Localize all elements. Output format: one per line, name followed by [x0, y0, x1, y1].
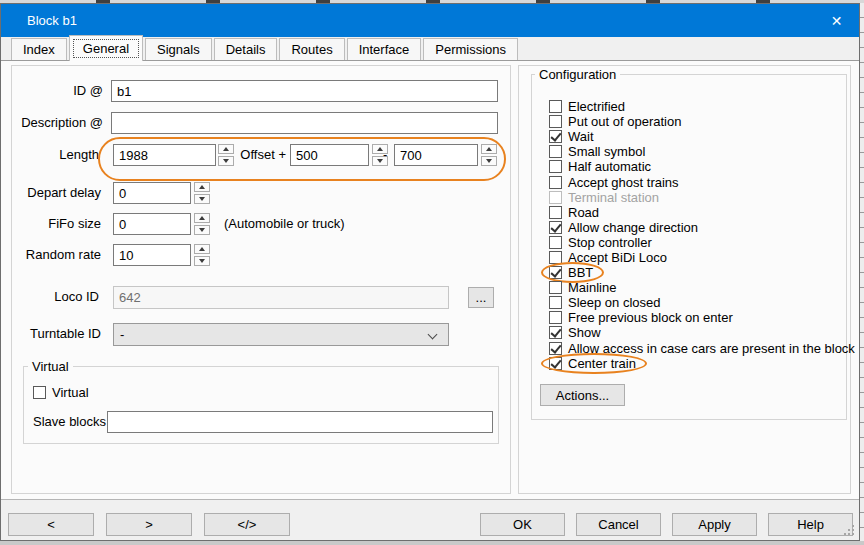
tab-details[interactable]: Details: [214, 38, 278, 60]
checkbox-road[interactable]: [549, 206, 562, 219]
arrow-up-icon: [199, 247, 205, 251]
checkbox-accept-bidi-loco[interactable]: [549, 251, 562, 264]
tab-permissions[interactable]: Permissions: [423, 38, 518, 60]
checkbox-electrified[interactable]: [549, 100, 562, 113]
ok-button[interactable]: OK: [480, 513, 565, 536]
fifo-size-input[interactable]: [113, 213, 191, 235]
checkbox-label-small-symbol: Small symbol: [568, 145, 645, 158]
checkbox-label-terminal-station: Terminal station: [568, 191, 659, 204]
tab-index[interactable]: Index: [11, 38, 67, 60]
apply-button[interactable]: Apply: [672, 513, 757, 536]
depart-delay-input[interactable]: [113, 182, 191, 204]
offset-plus-label: Offset +: [201, 144, 286, 166]
checkbox-half-automatic[interactable]: [549, 160, 562, 173]
checkbox-label-sleep-on-closed: Sleep on closed: [568, 296, 661, 309]
next-page-button[interactable]: >: [106, 513, 192, 536]
tab-routes[interactable]: Routes: [279, 38, 344, 60]
checkbox-label-allow-access-in-case-cars-are-present-in-the-block: Allow access in case cars are present in…: [568, 342, 855, 355]
random-rate-spinner-up[interactable]: [194, 244, 210, 254]
checkbox-terminal-station: [549, 191, 562, 204]
random-rate-spinner-down[interactable]: [194, 256, 210, 266]
slave-blocks-input[interactable]: [107, 411, 493, 433]
checkbox-label-put-out-of-operation: Put out of operation: [568, 115, 681, 128]
random-rate-spinner: [194, 244, 210, 266]
checkbox-label-free-previous-block-on-enter: Free previous block on enter: [568, 311, 733, 324]
loco-id-label: Loco ID: [13, 286, 99, 308]
offset-minus-label: -: [383, 144, 391, 166]
config-row-show: Show: [549, 325, 601, 340]
config-row-allow-access-in-case-cars-are-present-in-the-block: Allow access in case cars are present in…: [549, 341, 855, 356]
id-input[interactable]: [111, 80, 498, 102]
checkbox-label-mainline: Mainline: [568, 281, 616, 294]
description-label: Description @: [15, 112, 103, 134]
config-row-half-automatic: Half automatic: [549, 159, 651, 174]
virtual-checkbox-label: Virtual: [52, 385, 89, 400]
config-row-road: Road: [549, 205, 599, 220]
checkbox-center-train[interactable]: [549, 357, 562, 370]
loco-id-browse-button[interactable]: ...: [468, 287, 494, 308]
tab-general[interactable]: General: [69, 35, 143, 61]
config-row-accept-bidi-loco: Accept BiDi Loco: [549, 250, 667, 265]
virtual-checkbox[interactable]: [33, 386, 46, 399]
checkbox-free-previous-block-on-enter[interactable]: [549, 311, 562, 324]
fifo-size-spinner-down[interactable]: [194, 225, 210, 235]
random-rate-label: Random rate: [13, 244, 101, 266]
checkbox-allow-change-direction[interactable]: [549, 221, 562, 234]
xml-code-button[interactable]: </>: [204, 513, 290, 536]
description-input[interactable]: [111, 112, 498, 134]
checkbox-bbt[interactable]: [549, 266, 562, 279]
random-rate-input[interactable]: [113, 244, 191, 266]
config-row-sleep-on-closed: Sleep on closed: [549, 295, 661, 310]
arrow-up-icon: [486, 147, 492, 151]
checkbox-label-accept-ghost-trains: Accept ghost trains: [568, 176, 679, 189]
slave-blocks-label: Slave blocks: [33, 411, 99, 433]
arrow-up-icon: [199, 216, 205, 220]
config-row-free-previous-block-on-enter: Free previous block on enter: [549, 310, 733, 325]
checkbox-label-stop-controller: Stop controller: [568, 236, 652, 249]
offset-minus-spinner-up[interactable]: [481, 144, 497, 154]
checkbox-label-road: Road: [568, 206, 599, 219]
checkbox-label-wait: Wait: [568, 130, 594, 143]
config-row-mainline: Mainline: [549, 280, 616, 295]
tab-interface[interactable]: Interface: [347, 38, 422, 60]
background-window-right-strip: [860, 3, 864, 541]
turntable-id-value: -: [120, 327, 124, 342]
length-label: Length: [15, 144, 99, 166]
turntable-id-select[interactable]: -: [113, 323, 449, 346]
offset-minus-input[interactable]: [394, 144, 478, 166]
cancel-button[interactable]: Cancel: [576, 513, 661, 536]
depart-delay-spinner-up[interactable]: [194, 182, 210, 192]
fifo-size-spinner-up[interactable]: [194, 213, 210, 223]
depart-delay-spinner-down[interactable]: [194, 194, 210, 204]
help-button[interactable]: Help: [768, 513, 853, 536]
checkbox-sleep-on-closed[interactable]: [549, 296, 562, 309]
offset-plus-input[interactable]: [290, 144, 369, 166]
checkbox-put-out-of-operation[interactable]: [549, 115, 562, 128]
prev-page-button[interactable]: <: [8, 513, 94, 536]
loco-id-input: [113, 286, 449, 309]
checkbox-mainline[interactable]: [549, 281, 562, 294]
virtual-checkbox-row: Virtual: [33, 385, 89, 400]
tab-signals[interactable]: Signals: [145, 38, 212, 60]
background-bottom-strip: [0, 541, 864, 545]
checkbox-stop-controller[interactable]: [549, 236, 562, 249]
checkbox-show[interactable]: [549, 326, 562, 339]
close-icon[interactable]: ✕: [814, 4, 859, 37]
checkbox-wait[interactable]: [549, 130, 562, 143]
arrow-down-icon: [199, 228, 205, 232]
checkbox-small-symbol[interactable]: [549, 145, 562, 158]
depart-delay-spinner: [194, 182, 210, 204]
config-row-bbt: BBT: [549, 265, 593, 280]
checkbox-allow-access-in-case-cars-are-present-in-the-block[interactable]: [549, 342, 562, 355]
title-bar[interactable]: Block b1 ✕: [1, 4, 859, 37]
tab-strip: IndexGeneralSignalsDetailsRoutesInterfac…: [11, 38, 520, 60]
offset-minus-spinner-down[interactable]: [481, 156, 497, 166]
config-row-put-out-of-operation: Put out of operation: [549, 114, 681, 129]
config-checkbox-list: ElectrifiedPut out of operationWaitSmall…: [549, 99, 855, 371]
chevron-down-icon: [428, 330, 438, 340]
resize-grip[interactable]: [842, 523, 854, 535]
checkbox-accept-ghost-trains[interactable]: [549, 176, 562, 189]
actions-button[interactable]: Actions...: [540, 384, 625, 406]
config-row-terminal-station: Terminal station: [549, 190, 659, 205]
checkbox-label-electrified: Electrified: [568, 100, 625, 113]
